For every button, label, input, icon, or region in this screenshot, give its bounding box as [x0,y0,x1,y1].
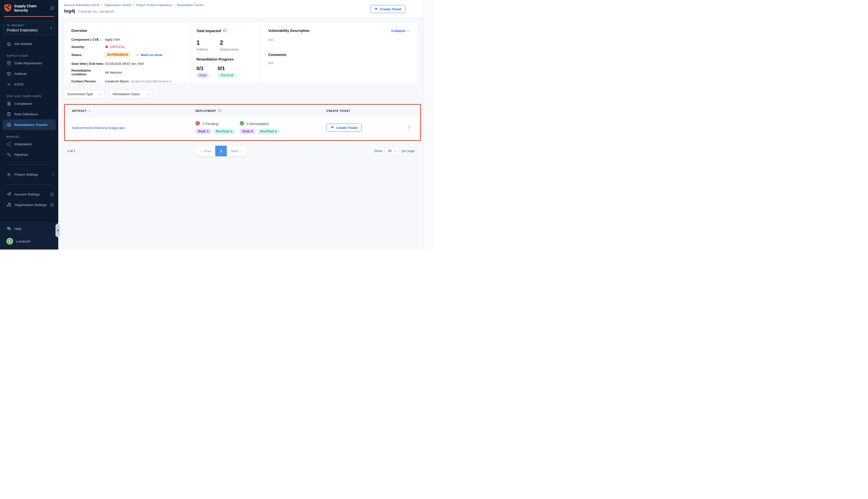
page-size-select[interactable]: 20 [385,147,399,155]
right-gutter [423,0,434,250]
sidebar-item-cicd[interactable]: ∞ CI/CD [0,79,58,89]
home-icon [7,41,11,46]
sidebar-item-label: Project Settings [14,173,38,177]
pager: ← Prev 1 Next → [195,146,248,156]
info-icon[interactable] [223,29,226,33]
module-switcher-grid-icon[interactable] [50,6,54,11]
remediation-progress-heading: Remediation Progress [196,57,260,61]
sidebar-bottom: ? Help L Lavakush [0,220,58,250]
sidebar-item-artifacts[interactable]: Artifacts [0,68,58,79]
sidebar-divider [6,184,52,184]
jira-diamond-icon [331,125,334,130]
remediation-condition-value: All Versions [105,71,184,74]
remediation-status-filter[interactable]: Remediation Status [109,90,152,98]
deployments-count: 2 [220,39,239,46]
nav-section-supply-chain: SUPPLY CHAIN [7,54,58,57]
status-badge: IN-PROGRESS [105,52,131,58]
pending-group: 2 Pending Prod: 1 Pre-Prod: 1 [195,121,239,134]
next-page-button[interactable]: Next → [227,146,247,156]
sidebar-item-project-settings[interactable]: Project Settings [0,169,58,180]
total-impacted-section: Total Impacted 1 Artifacts 2 Deployments [191,22,260,84]
sidebar-item-organization-settings[interactable]: Organization Settings [0,199,58,210]
contact-person-label: Contact Person: [71,80,105,83]
breadcrumb-remediation-tracker-link[interactable]: Remediation Tracker [177,3,204,7]
status-label: Status: [71,53,105,57]
overview-heading: Overview [71,29,184,33]
deployments-stat: 2 Deployments [220,39,239,51]
sidebar-item-label: CI/CD [14,82,24,86]
prod-progress-value: 0/1 [196,65,209,71]
preprod-pill: Pre-Prod [218,73,236,78]
info-icon[interactable] [218,109,221,112]
sidebar-item-pipelines[interactable]: Pipelines [0,149,58,160]
create-ticket-button[interactable]: Create Ticket [370,5,405,13]
breadcrumb-separator: › [174,3,175,7]
sidebar-item-integrations[interactable]: Integrations [0,139,58,149]
sidebar-nav: Get Started SUPPLY CHAIN Code Repositori… [0,35,58,160]
cube-icon [7,71,11,76]
pipelines-icon [7,152,11,157]
pending-count: 2 Pending [202,122,218,126]
chevron-right-icon [50,27,51,29]
preprod-progress-value: 0/1 [218,65,236,71]
prev-page-button[interactable]: ← Prev [195,146,215,156]
project-selector[interactable]: PROJECT Product Exploratory [3,21,55,35]
user-menu[interactable]: L Lavakush [0,236,58,246]
collapse-button[interactable]: Collapse [391,29,409,33]
critical-warning-icon [105,45,109,49]
check-icon: ✓ [136,53,139,57]
brand-accent-rule [4,16,54,17]
sidebar-item-label: Integrations [14,142,32,146]
breadcrumb-account-link[interactable]: Account: Automation-SSCA [64,3,99,7]
page-1-button[interactable]: 1 [215,146,227,156]
pending-prod-pill: Prod: 1 [195,129,211,134]
total-impacted-heading: Total Impacted [196,29,221,33]
project-cube-icon [7,24,10,27]
code-repository-icon [7,61,11,65]
remediated-count: 0 Remediated [247,122,269,126]
severity-label: Severity: [71,45,105,49]
brand-header: Supply Chain Security [0,0,58,16]
breadcrumb-project-link[interactable]: Project: Product Exploratory [136,3,172,7]
breadcrumb-organization-link[interactable]: Organization: default [104,3,131,7]
user-name: Lavakush [16,240,30,243]
artifact-link[interactable]: tejakummarikuntla/easy-buggy-app [67,126,195,130]
row-create-ticket-button[interactable]: Create Ticket [326,124,362,132]
sidebar-item-code-repositories[interactable]: Code Repositories [0,58,58,68]
right-arrow-icon: → [240,149,243,153]
pagination: 1 of 1 ← Prev 1 Next → Show 20 [64,146,421,157]
sidebar-item-label: Help [14,227,21,231]
app-title: Supply Chain Security [14,4,36,13]
remediated-check-icon [239,121,244,126]
sidebar-item-compliance[interactable]: Compliance [0,98,58,109]
sidebar-item-account-settings[interactable]: Account Settings [0,189,58,199]
sidebar-item-remediation-tracker[interactable]: Remediation Tracker [2,119,56,130]
sidebar-item-help[interactable]: ? Help [0,223,58,234]
comments-heading: Comments [268,53,409,57]
contact-person-email: lavakush.biyani@harness.io [131,80,172,83]
sidebar-item-label: Pipelines [14,153,28,157]
sidebar-collapse-handle[interactable] [55,223,60,238]
environment-type-filter[interactable]: Environment Type [64,90,105,98]
infinity-icon: ∞ [7,82,11,87]
gear-icon [7,172,11,177]
breadcrumb-separator: › [133,3,134,7]
table-header-row: ARTIFACT ▲ DEPLOYMENT CREATE TICKET [65,105,420,117]
sidebar-item-get-started[interactable]: Get Started [0,38,58,49]
artifacts-table-highlighted: ARTIFACT ▲ DEPLOYMENT CREATE TICKET tej [64,104,421,141]
page-size-control: Show 20 per page [374,147,415,155]
sidebar-item-rule-definitions[interactable]: Rule Definitions [0,109,58,119]
artifact-column-header[interactable]: ARTIFACT ▲ [65,109,195,112]
account-settings-icon [7,192,11,197]
info-icon[interactable] [50,193,54,196]
per-page-label: per page [402,149,415,153]
mark-as-done-button[interactable]: ✓ Mark as done [136,53,162,57]
chevron-right-icon [52,174,54,175]
supply-chain-security-logo-icon [4,4,12,13]
sidebar-item-label: Rule Definitions [14,112,38,116]
overview-section: Overview Component | CVE : log4j | N/A S… [64,22,191,84]
deployment-cell: 2 Pending Prod: 1 Pre-Prod: 1 [195,121,322,134]
prod-progress: 0/1 Prod [196,65,209,78]
row-options-kebab-menu[interactable] [408,124,411,131]
info-icon[interactable] [50,203,54,207]
